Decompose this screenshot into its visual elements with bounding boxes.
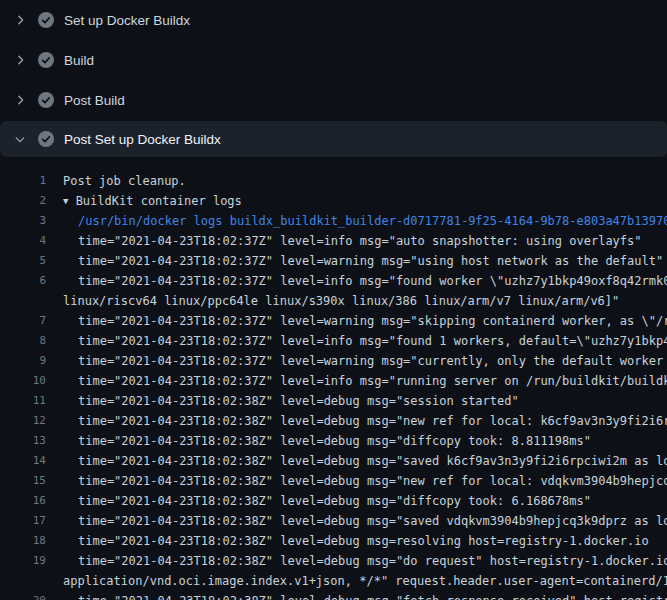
log-text: linux/riscv64 linux/ppc64le linux/s390x … [46,291,619,311]
log-text: time="2021-04-23T18:02:37Z" level=info m… [46,271,667,291]
log-text: time="2021-04-23T18:02:38Z" level=debug … [46,471,667,491]
log-output: 1Post job cleanup.2▼ BuildKit container … [0,157,667,600]
log-text: Post job cleanup. [46,171,186,191]
log-line: 8time="2021-04-23T18:02:37Z" level=info … [0,331,667,351]
step-row-set-up-docker-buildx[interactable]: Set up Docker Buildx [0,0,667,40]
log-command-text: /usr/bin/docker logs buildx_buildkit_bui… [46,211,667,231]
step-row-post-build[interactable]: Post Build [0,80,667,120]
log-line: 15time="2021-04-23T18:02:38Z" level=debu… [0,471,667,491]
step-label: Build [64,53,94,68]
step-row-post-set-up-docker-buildx[interactable]: Post Set up Docker Buildx [0,121,667,157]
log-line: 16time="2021-04-23T18:02:38Z" level=debu… [0,491,667,511]
step-row-build[interactable]: Build [0,40,667,80]
log-line-number[interactable]: 17 [0,511,46,531]
log-line-number[interactable]: 11 [0,391,46,411]
log-text: time="2021-04-23T18:02:38Z" level=debug … [46,591,667,600]
log-line-number [0,571,46,591]
log-text: time="2021-04-23T18:02:38Z" level=debug … [46,511,667,531]
log-text: time="2021-04-23T18:02:38Z" level=debug … [46,431,591,451]
log-line: 1Post job cleanup. [0,171,667,191]
step-label: Set up Docker Buildx [64,13,190,28]
log-line-number[interactable]: 8 [0,331,46,351]
chevron-down-icon [12,131,28,147]
log-line: 9time="2021-04-23T18:02:37Z" level=warni… [0,351,667,371]
log-line-number[interactable]: 5 [0,251,46,271]
log-text: time="2021-04-23T18:02:38Z" level=debug … [46,491,591,511]
group-collapse-triangle-icon[interactable]: ▼ [63,191,68,211]
log-text: application/vnd.oci.image.index.v1+json,… [46,571,667,591]
log-text: time="2021-04-23T18:02:38Z" level=debug … [46,411,667,431]
log-text: time="2021-04-23T18:02:37Z" level=warnin… [46,351,667,371]
log-line: 10time="2021-04-23T18:02:37Z" level=info… [0,371,667,391]
check-circle-icon [38,12,54,28]
log-line: 3/usr/bin/docker logs buildx_buildkit_bu… [0,211,667,231]
step-label: Post Set up Docker Buildx [64,132,221,147]
log-text: time="2021-04-23T18:02:37Z" level=warnin… [46,311,667,331]
check-circle-icon [38,52,54,68]
log-line: 13time="2021-04-23T18:02:38Z" level=debu… [0,431,667,451]
log-line-number[interactable]: 13 [0,431,46,451]
log-text: time="2021-04-23T18:02:37Z" level=warnin… [46,251,663,271]
log-line: 18time="2021-04-23T18:02:38Z" level=debu… [0,531,667,551]
log-text: time="2021-04-23T18:02:38Z" level=debug … [46,531,649,551]
log-line-number[interactable]: 20 [0,591,46,600]
log-line-number[interactable]: 6 [0,271,46,291]
log-line-number[interactable]: 1 [0,171,46,191]
check-circle-icon [38,131,54,147]
log-line-continuation: application/vnd.oci.image.index.v1+json,… [0,571,667,591]
check-circle-icon [38,92,54,108]
log-line-number[interactable]: 12 [0,411,46,431]
log-line: 12time="2021-04-23T18:02:38Z" level=debu… [0,411,667,431]
log-text: time="2021-04-23T18:02:38Z" level=debug … [46,551,667,571]
log-line-number[interactable]: 16 [0,491,46,511]
log-line-continuation: linux/riscv64 linux/ppc64le linux/s390x … [0,291,667,311]
log-line-number[interactable]: 19 [0,551,46,571]
log-line: 14time="2021-04-23T18:02:38Z" level=debu… [0,451,667,471]
log-text: time="2021-04-23T18:02:38Z" level=debug … [46,391,519,411]
log-line: 6time="2021-04-23T18:02:37Z" level=info … [0,271,667,291]
log-line: 11time="2021-04-23T18:02:38Z" level=debu… [0,391,667,411]
log-line-number [0,291,46,311]
log-line: 20time="2021-04-23T18:02:38Z" level=debu… [0,591,667,600]
log-line: 7time="2021-04-23T18:02:37Z" level=warni… [0,311,667,331]
log-text: time="2021-04-23T18:02:37Z" level=info m… [46,371,667,391]
log-line-number[interactable]: 7 [0,311,46,331]
chevron-right-icon [12,52,28,68]
log-line-number[interactable]: 10 [0,371,46,391]
log-line-number[interactable]: 3 [0,211,46,231]
log-text: time="2021-04-23T18:02:37Z" level=info m… [46,231,642,251]
log-text: time="2021-04-23T18:02:37Z" level=info m… [46,331,667,351]
log-line-number[interactable]: 2 [0,191,46,211]
chevron-right-icon [12,92,28,108]
log-line: 19time="2021-04-23T18:02:38Z" level=debu… [0,551,667,571]
workflow-log-viewer: Set up Docker BuildxBuildPost BuildPost … [0,0,667,600]
log-line-number[interactable]: 14 [0,451,46,471]
log-text[interactable]: ▼ BuildKit container logs [46,191,242,211]
steps-list: Set up Docker BuildxBuildPost BuildPost … [0,0,667,157]
log-line: 4time="2021-04-23T18:02:37Z" level=info … [0,231,667,251]
log-line-number[interactable]: 9 [0,351,46,371]
log-line: 5time="2021-04-23T18:02:37Z" level=warni… [0,251,667,271]
log-text: time="2021-04-23T18:02:38Z" level=debug … [46,451,667,471]
step-label: Post Build [64,93,125,108]
log-line-number[interactable]: 15 [0,471,46,491]
log-line-number[interactable]: 18 [0,531,46,551]
log-line: 17time="2021-04-23T18:02:38Z" level=debu… [0,511,667,531]
log-line-number[interactable]: 4 [0,231,46,251]
log-line: 2▼ BuildKit container logs [0,191,667,211]
chevron-right-icon [12,12,28,28]
